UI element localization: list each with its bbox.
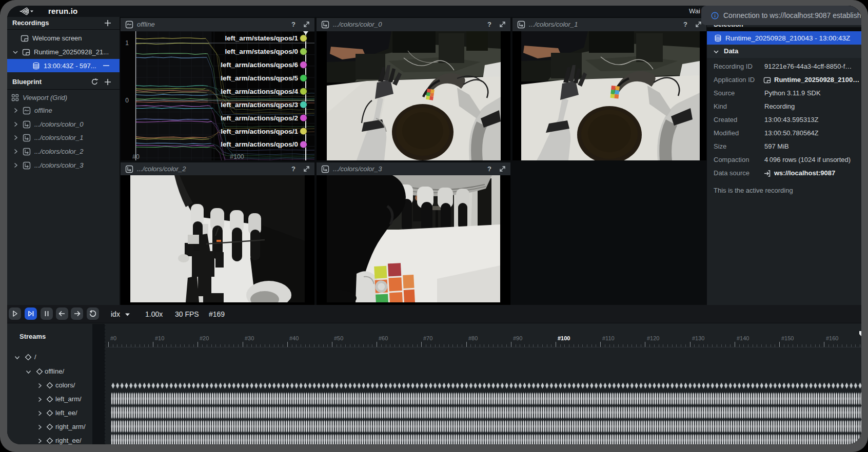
svg-text:left_arm/actions/qpos/0: left_arm/actions/qpos/0 [221, 140, 298, 148]
svg-text:1: 1 [125, 39, 129, 47]
svg-text:0: 0 [125, 97, 129, 104]
svg-text:left_arm/states/qpos/1: left_arm/states/qpos/1 [225, 34, 298, 42]
svg-text:left_arm/actions/qpos/1: left_arm/actions/qpos/1 [221, 128, 298, 135]
svg-text:left_arm/actions/qpos/3: left_arm/actions/qpos/3 [221, 101, 298, 109]
svg-text:left_arm/actions/qpos/5: left_arm/actions/qpos/5 [221, 74, 298, 82]
svg-text:left_arm/actions/qpos/2: left_arm/actions/qpos/2 [221, 114, 298, 122]
svg-text:#100: #100 [230, 153, 244, 160]
svg-text:left_arm/actions/qpos/4: left_arm/actions/qpos/4 [221, 88, 298, 95]
svg-text:left_arm/actions/qpos/6: left_arm/actions/qpos/6 [221, 61, 298, 69]
svg-text:#0: #0 [132, 153, 140, 160]
svg-text:left_arm/states/qpos/0: left_arm/states/qpos/0 [225, 48, 298, 55]
